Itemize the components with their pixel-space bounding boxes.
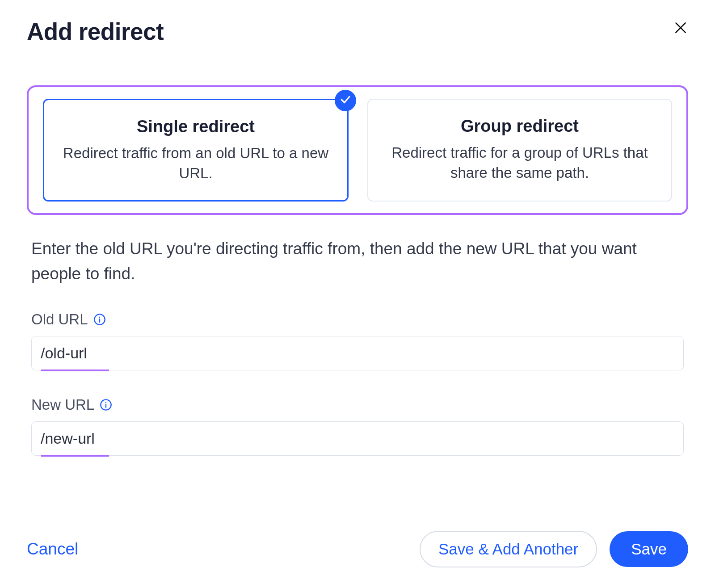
close-icon (673, 30, 688, 37)
old-url-label-row: Old URL (31, 311, 684, 328)
footer-right-group: Save & Add Another Save (420, 531, 688, 567)
modal-footer: Cancel Save & Add Another Save (27, 531, 688, 567)
new-url-label: New URL (31, 396, 94, 413)
group-card-title: Group redirect (382, 117, 658, 136)
old-url-field-group: Old URL (27, 311, 688, 371)
new-url-info-icon[interactable] (100, 399, 112, 411)
single-card-title: Single redirect (58, 117, 334, 136)
save-and-add-another-button[interactable]: Save & Add Another (420, 531, 597, 567)
group-card-description: Redirect traffic for a group of URLs tha… (382, 143, 658, 183)
cancel-button[interactable]: Cancel (27, 540, 78, 559)
new-url-label-row: New URL (31, 396, 684, 413)
close-button[interactable] (669, 16, 693, 41)
single-card-description: Redirect traffic from an old URL to a ne… (58, 143, 334, 183)
new-url-accent-underline (41, 455, 109, 457)
add-redirect-modal: Add redirect Single redirect Redirect tr… (0, 0, 715, 588)
single-redirect-card[interactable]: Single redirect Redirect traffic from an… (43, 99, 349, 202)
old-url-info-icon[interactable] (93, 313, 106, 326)
svg-point-1 (99, 317, 100, 318)
save-button[interactable]: Save (610, 531, 688, 567)
check-icon (340, 94, 351, 107)
new-url-field-group: New URL (27, 396, 688, 457)
modal-header: Add redirect (27, 18, 688, 45)
modal-title: Add redirect (27, 18, 164, 45)
old-url-input[interactable] (31, 336, 684, 370)
group-redirect-card[interactable]: Group redirect Redirect traffic for a gr… (367, 99, 672, 202)
new-url-input[interactable] (31, 421, 684, 456)
selected-check-badge (335, 90, 356, 111)
svg-point-3 (105, 402, 107, 403)
old-url-label: Old URL (31, 311, 88, 328)
instruction-text: Enter the old URL you're directing traff… (27, 236, 688, 286)
redirect-type-selector: Single redirect Redirect traffic from an… (27, 85, 688, 215)
old-url-accent-underline (41, 370, 109, 371)
